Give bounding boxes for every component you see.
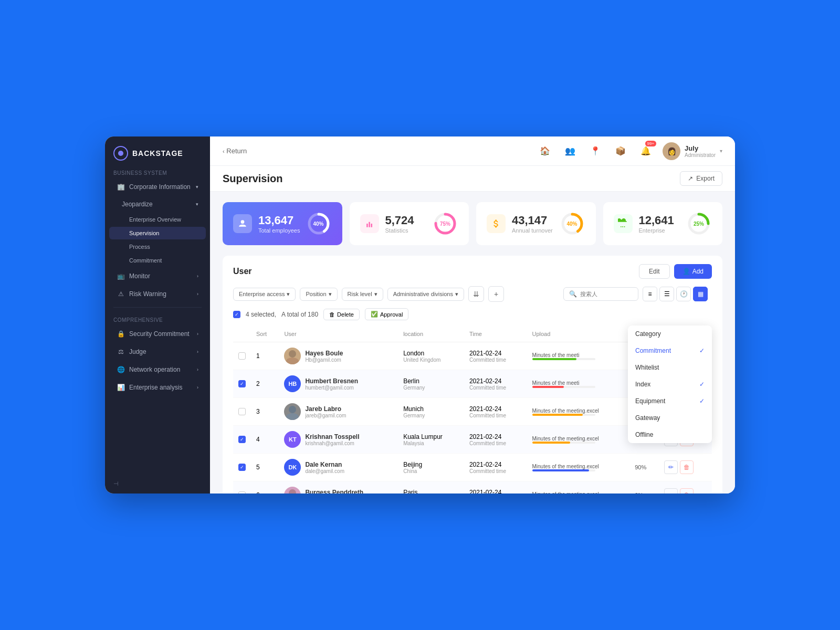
row-checkbox[interactable] [238,352,246,360]
stat-number: 5,724 [385,214,414,227]
row-time: 2021-02-24 Committed time [464,342,527,370]
upload-file: Minutes of the meeting.excel [532,436,625,442]
row-checkbox[interactable]: ✓ [238,380,246,387]
time-label: Committed time [469,385,522,391]
sidebar-item-monitor[interactable]: 📺 Monitor › [109,268,206,285]
filter-add-button[interactable]: + [488,286,504,302]
col-time: Time [464,326,527,342]
dropdown-item-whitelist[interactable]: Whitelist [628,359,712,376]
sidebar-item-commitment[interactable]: Commitment [109,254,206,267]
sidebar-section3-label: Comprehensive [105,312,210,325]
stat-left: 5,724 Statistics [360,214,414,234]
breadcrumb-back[interactable]: ‹ Return [223,147,247,155]
add-label: Add [692,268,704,275]
table-section: User Edit 👤 Add Enterprise access ▾ [223,256,722,494]
sidebar-item-corporate[interactable]: 🏢 Corporate Information ▾ [109,178,206,195]
dropdown-item-index[interactable]: Index ✓ [628,376,712,393]
filter-risk-level[interactable]: Risk level ▾ [342,288,383,301]
edit-row-button[interactable]: ✏ [664,488,678,494]
user-name: Burgess Penddreth [305,489,363,494]
view-list-icon[interactable]: ≡ [643,287,657,301]
dropdown-item-category[interactable]: Category [628,326,712,342]
row-location: Munich Germany [398,398,464,426]
sidebar-section1-label: Business system [105,165,210,178]
progress-bar [532,469,595,471]
view-grid-icon[interactable]: ▦ [693,287,708,301]
row-sort: 3 [251,398,279,426]
filter-collapse-button[interactable]: ⇊ [468,286,484,302]
col-user: User [279,326,398,342]
row-sort: 1 [251,342,279,370]
sidebar-logo[interactable]: BACKSTAGE [105,136,210,165]
svg-point-12 [289,489,296,494]
filter-position[interactable]: Position ▾ [300,288,337,301]
delete-button[interactable]: 🗑 Delete [323,309,360,320]
delete-row-button[interactable]: 🗑 [680,460,694,474]
sidebar-item-process[interactable]: Process [109,240,206,253]
edit-row-button[interactable]: ✏ [664,460,678,474]
dropdown-item-equipment[interactable]: Equipment ✓ [628,393,712,410]
approval-button[interactable]: ✅ Approval [365,308,408,320]
filter-enterprise-access[interactable]: Enterprise access ▾ [233,288,296,301]
sidebar-item-judge[interactable]: ⚖ Judge › [109,343,206,360]
stat-text: 12,641 Enterprise [639,214,674,234]
user-details: Jareb Labro jareb@gamil.com [305,405,346,418]
chevron-right-icon: › [197,385,198,390]
upload-file: Minutes of the meeting.excel [532,408,625,414]
upload-file: Minutes of the meeti [532,352,625,358]
chevron-down-icon: ▾ [374,291,377,298]
edit-button[interactable]: Edit [639,264,670,279]
apps-icon[interactable]: 📦 [612,143,629,160]
row-checkbox[interactable]: ✓ [238,464,246,471]
network-icon: 🌐 [117,365,125,374]
stats-row: 13,647 Total employees 40% [223,202,722,245]
search-input[interactable] [580,291,633,297]
user-email: humbert@gamil.com [305,385,358,391]
sidebar-item-label: Enterprise analysis [129,384,193,391]
view-menu-icon[interactable]: ☰ [659,287,674,301]
user-info[interactable]: 👩 July Administrator ▾ [663,142,722,160]
avatar [284,348,301,364]
sidebar-collapse[interactable]: ⊣ [105,474,210,494]
page-title: Supervision [223,173,282,185]
dropdown-item-label: Category [635,330,661,338]
table-row: 6 Burgess Penddreth burgess@gamil.com [233,481,712,494]
dropdown-item-gateway[interactable]: Gateway [628,410,712,426]
location-country: China [403,468,459,474]
add-button[interactable]: 👤 Add [674,264,712,279]
row-sort: 6 [251,481,279,494]
row-checkbox[interactable] [238,408,246,415]
sidebar-item-enterprise-analysis[interactable]: 📊 Enterprise analysis › [109,379,206,396]
donut-chart-statistics: 75% [432,211,458,237]
filter-admin-divisions[interactable]: Administrative divisions ▾ [387,288,464,301]
notification-icon[interactable]: 🔔 99+ [637,143,654,160]
export-icon: ↗ [688,175,693,182]
sidebar-item-network-operation[interactable]: 🌐 Network operation › [109,361,206,378]
sidebar-item-enterprise-overview[interactable]: Enterprise Overview [109,213,206,226]
sidebar-item-supervision[interactable]: Supervision [109,227,206,239]
progress-fill [532,358,576,360]
stat-label: Enterprise [639,227,674,234]
view-time-icon[interactable]: 🕐 [676,287,691,301]
location-country: Germany [403,385,459,391]
security-icon: 🔒 [117,330,125,338]
row-checkbox[interactable]: ✓ [238,436,246,443]
location-icon[interactable]: 📍 [587,143,604,160]
sidebar-item-risk-warning[interactable]: ⚠ Risk Warning › [109,286,206,302]
delete-row-button[interactable]: 🗑 [680,488,694,494]
export-button[interactable]: ↗ Export [680,171,722,186]
select-all-checkbox[interactable]: ✓ [233,311,240,318]
users-icon[interactable]: 👥 [562,143,579,160]
dropdown-item-commitment[interactable]: Commitment ✓ [628,342,712,359]
row-time: 2021-02-24 Committed time [464,481,527,494]
stat-left: 13,647 Total employees [233,214,300,234]
stat-card-statistics: 5,724 Statistics 75% [350,202,469,245]
row-location: Kuala Lumpur Malaysia [398,426,464,454]
dropdown-item-offline[interactable]: Offline [628,426,712,443]
sidebar-item-jeopardize[interactable]: Jeopardize ▾ [109,196,206,212]
date: 2021-02-24 [469,377,522,385]
home-icon[interactable]: 🏠 [537,143,553,160]
donut-text: 25% [686,211,712,237]
row-checkbox[interactable] [238,491,246,494]
sidebar-item-security-commitment[interactable]: 🔒 Security Commitment › [109,326,206,342]
